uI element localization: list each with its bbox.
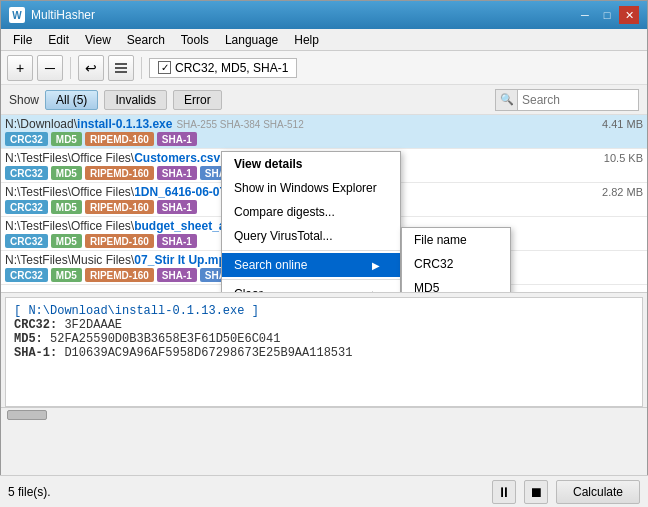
- ctx-clear-arrow: ▶: [372, 289, 380, 294]
- scrollbar-thumb[interactable]: [7, 410, 47, 420]
- detail-md5-value: 52FA25590D0B3B3658E3F61D50E6C041: [50, 332, 280, 346]
- back-button[interactable]: ↩: [78, 55, 104, 81]
- maximize-button[interactable]: □: [597, 6, 617, 24]
- status-bar: 5 file(s). ⏸ ⏹ Calculate: [0, 475, 648, 507]
- submenu-md5[interactable]: MD5: [402, 276, 510, 293]
- hash-preview: SHA-255 SHA-384 SHA-512: [176, 119, 303, 130]
- detail-panel: [ N:\Download\install-0.1.13.exe ] CRC32…: [5, 297, 643, 407]
- ctx-separator: [222, 250, 400, 251]
- tag-sha1: SHA-1: [157, 200, 197, 214]
- filter-all[interactable]: All (5): [45, 90, 98, 110]
- detail-crc32-value: 3F2DAAAE: [64, 318, 122, 332]
- ctx-search-online-arrow: ▶: [372, 260, 380, 271]
- filter-error[interactable]: Error: [173, 90, 222, 110]
- stop-button[interactable]: ⏹: [524, 480, 548, 504]
- menu-search[interactable]: Search: [119, 31, 173, 49]
- minimize-button[interactable]: ─: [575, 6, 595, 24]
- svg-rect-1: [115, 67, 127, 69]
- filter-bar: Show All (5) Invalids Error 🔍: [1, 85, 647, 115]
- tag-crc32: CRC32: [5, 234, 48, 248]
- search-input[interactable]: [518, 93, 638, 107]
- tag-md5: MD5: [51, 268, 82, 282]
- search-online-submenu: File name CRC32 MD5 SHA-1: [401, 227, 511, 293]
- tag-sha1: SHA-1: [157, 234, 197, 248]
- context-menu: View details Show in Windows Explorer Co…: [221, 151, 401, 293]
- remove-button[interactable]: ─: [37, 55, 63, 81]
- main-content: SoftFiles N:\Download\install-0.1.13.exe…: [1, 115, 647, 476]
- file-row[interactable]: N:\Download\install-0.1.13.exe SHA-255 S…: [1, 115, 647, 149]
- calculate-button[interactable]: Calculate: [556, 480, 640, 504]
- tag-sha1: SHA-1: [157, 268, 197, 282]
- file-path: N:\TestFiles\Office Files\1DN_6416-06-07…: [5, 185, 243, 199]
- ctx-show-explorer[interactable]: Show in Windows Explorer: [222, 176, 400, 200]
- app-icon: W: [9, 7, 25, 23]
- tag-crc32: CRC32: [5, 132, 48, 146]
- tag-crc32: CRC32: [5, 268, 48, 282]
- toolbar-separator2: [141, 57, 142, 79]
- algo-selector[interactable]: ✓ CRC32, MD5, SHA-1: [149, 58, 297, 78]
- algo-label: CRC32, MD5, SHA-1: [175, 61, 288, 75]
- close-button[interactable]: ✕: [619, 6, 639, 24]
- algo-checkbox: ✓: [158, 61, 171, 74]
- file-size: 10.5 KB: [604, 152, 643, 164]
- ctx-query-virustotal[interactable]: Query VirusTotal...: [222, 224, 400, 248]
- detail-sha1-line: SHA-1: D10639AC9A96AF5958D67298673E25B9A…: [14, 346, 634, 360]
- menu-bar: File Edit View Search Tools Language Hel…: [1, 29, 647, 51]
- svg-rect-0: [115, 63, 127, 65]
- menu-language[interactable]: Language: [217, 31, 286, 49]
- file-path: N:\TestFiles\Music Files\07_Stir It Up.m…: [5, 253, 232, 267]
- tag-ripemd: RIPEMD-160: [85, 200, 154, 214]
- menu-tools[interactable]: Tools: [173, 31, 217, 49]
- submenu-filename[interactable]: File name: [402, 228, 510, 252]
- ctx-search-online-label: Search online: [234, 258, 307, 272]
- tag-sha1: SHA-1: [157, 132, 197, 146]
- detail-sha1-label: SHA-1:: [14, 346, 57, 360]
- filter-invalids[interactable]: Invalids: [104, 90, 167, 110]
- title-bar-left: W MultiHasher: [9, 7, 95, 23]
- tag-ripemd: RIPEMD-160: [85, 166, 154, 180]
- ctx-clear[interactable]: Clear ▶: [222, 282, 400, 293]
- menu-edit[interactable]: Edit: [40, 31, 77, 49]
- window-title: MultiHasher: [31, 8, 95, 22]
- add-button[interactable]: +: [7, 55, 33, 81]
- detail-file-path: [ N:\Download\install-0.1.13.exe ]: [14, 304, 634, 318]
- toolbar: + ─ ↩ ✓ CRC32, MD5, SHA-1: [1, 51, 647, 85]
- toolbar-separator: [70, 57, 71, 79]
- tag-md5: MD5: [51, 234, 82, 248]
- tag-ripemd: RIPEMD-160: [85, 234, 154, 248]
- detail-md5-label: MD5:: [14, 332, 43, 346]
- tag-ripemd: RIPEMD-160: [85, 132, 154, 146]
- tag-md5: MD5: [51, 166, 82, 180]
- title-bar-controls: ─ □ ✕: [575, 6, 639, 24]
- ctx-clear-label: Clear: [234, 287, 263, 293]
- ctx-view-details[interactable]: View details: [222, 152, 400, 176]
- submenu-crc32[interactable]: CRC32: [402, 252, 510, 276]
- tag-crc32: CRC32: [5, 200, 48, 214]
- file-path: N:\Download\install-0.1.13.exe: [5, 117, 172, 131]
- title-bar: W MultiHasher ─ □ ✕: [1, 1, 647, 29]
- svg-rect-2: [115, 71, 127, 73]
- ctx-separator2: [222, 279, 400, 280]
- ctx-search-online[interactable]: Search online ▶: [222, 253, 400, 277]
- ctx-compare-digests[interactable]: Compare digests...: [222, 200, 400, 224]
- pause-button[interactable]: ⏸: [492, 480, 516, 504]
- detail-crc32-label: CRC32:: [14, 318, 57, 332]
- detail-crc32-line: CRC32: 3F2DAAAE: [14, 318, 634, 332]
- file-list: SoftFiles N:\Download\install-0.1.13.exe…: [1, 115, 647, 293]
- file-size: 4.41 MB: [602, 118, 643, 130]
- search-wrapper: 🔍: [495, 89, 639, 111]
- show-label: Show: [9, 93, 39, 107]
- tag-sha1: SHA-1: [157, 166, 197, 180]
- detail-md5-line: MD5: 52FA25590D0B3B3658E3F61D50E6C041: [14, 332, 634, 346]
- horizontal-scrollbar[interactable]: [1, 407, 647, 421]
- file-path: N:\TestFiles\Office Files\budget_sheet_a…: [5, 219, 256, 233]
- tag-md5: MD5: [51, 200, 82, 214]
- search-trigger-button[interactable]: 🔍: [496, 90, 518, 110]
- menu-file[interactable]: File: [5, 31, 40, 49]
- options-button[interactable]: [108, 55, 134, 81]
- file-size: 2.82 MB: [602, 186, 643, 198]
- tag-row: CRC32 MD5 RIPEMD-160 SHA-1: [5, 132, 643, 146]
- menu-view[interactable]: View: [77, 31, 119, 49]
- file-path: N:\TestFiles\Office Files\Customers.csv: [5, 151, 220, 165]
- menu-help[interactable]: Help: [286, 31, 327, 49]
